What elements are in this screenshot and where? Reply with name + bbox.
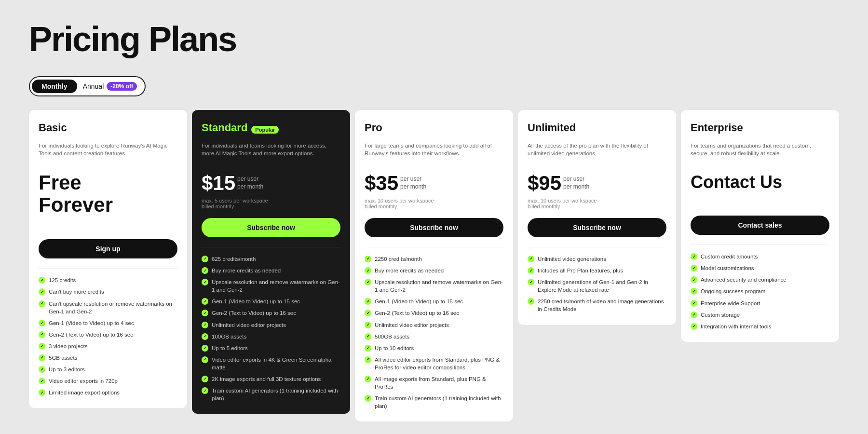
feature-item: Unlimited video generations	[528, 255, 666, 263]
check-icon	[691, 265, 697, 271]
check-icon	[691, 253, 697, 260]
feature-item: Custom credit amounts	[691, 253, 829, 260]
feature-text: Gen-1 (Video to Video) up to 15 sec	[375, 298, 463, 305]
feature-item: Includes all Pro Plan features, plus	[528, 267, 666, 274]
feature-text: Upscale resolution and remove watermarks…	[375, 278, 503, 294]
divider-enterprise	[691, 244, 829, 245]
feature-item: Custom storage	[691, 311, 829, 319]
feature-text: Gen-1 (Video to Video) up to 4 sec	[49, 319, 134, 327]
feature-item: All image exports from Standard, plus PN…	[365, 375, 503, 391]
plan-name-standard: Standard	[202, 122, 247, 134]
feature-item: Train custom AI generators (1 training i…	[202, 387, 340, 402]
plan-price-standard: $15per user per month	[202, 172, 340, 195]
plan-card-unlimited: UnlimitedAll the access of the pro plan …	[518, 110, 676, 325]
feature-item: Gen-1 (Video to Video) up to 4 sec	[39, 319, 177, 327]
check-icon	[528, 279, 534, 285]
feature-text: Gen-1 (Video to Video) up to 15 sec	[212, 298, 300, 305]
feature-text: Video editor exports in 720p	[49, 377, 118, 385]
check-icon	[365, 345, 371, 352]
check-icon	[39, 277, 45, 284]
feature-text: Gen-2 (Text to Video) up to 16 sec	[212, 309, 296, 317]
plan-btn-pro[interactable]: Subscribe now	[365, 218, 503, 237]
popular-badge: Popular	[251, 126, 279, 134]
feature-item: Enterprise-wide Support	[691, 299, 829, 307]
check-icon	[202, 310, 208, 316]
check-icon	[528, 267, 534, 274]
feature-text: Unlimited video editor projects	[375, 321, 449, 329]
check-icon	[39, 288, 45, 295]
feature-item: Up to 5 editors	[202, 344, 340, 352]
feature-text: Enterprise-wide Support	[701, 299, 760, 307]
check-icon	[365, 322, 371, 328]
annual-toggle[interactable]: Annual -20% off	[77, 79, 143, 94]
feature-text: 5GB assets	[49, 354, 77, 362]
feature-text: 2K image exports and full 3D texture opt…	[212, 375, 321, 383]
check-icon	[691, 288, 697, 295]
feature-text: 2250 credits/month of video and image ge…	[538, 298, 666, 313]
plan-name-pro: Pro	[365, 122, 382, 134]
plan-card-enterprise: EnterpriseFor teams and organizations th…	[681, 110, 839, 342]
check-icon	[365, 279, 371, 285]
feature-item: 5GB assets	[39, 354, 177, 362]
feature-item: Ongoing success program	[691, 287, 829, 295]
feature-text: Model customizations	[701, 264, 754, 272]
monthly-toggle[interactable]: Monthly	[32, 80, 77, 93]
feature-item: Can't buy more credits	[39, 288, 177, 296]
feature-text: Train custom AI generators (1 training i…	[375, 394, 503, 410]
plan-card-standard: StandardPopularFor individuals and teams…	[192, 110, 350, 414]
price-unit-unlimited: per user per month	[563, 176, 589, 190]
check-icon	[202, 298, 208, 305]
feature-text: Gen-2 (Text to Video) up to 16 sec	[49, 331, 133, 339]
feature-text: Includes all Pro Plan features, plus	[538, 267, 623, 274]
plan-btn-standard[interactable]: Subscribe now	[202, 218, 340, 237]
feature-item: Gen-1 (Video to Video) up to 15 sec	[202, 298, 340, 305]
feature-text: Up to 10 editors	[375, 344, 414, 352]
plan-price-unlimited: $95per user per month	[528, 172, 666, 195]
feature-item: Up to 10 editors	[365, 344, 503, 352]
check-icon	[39, 343, 45, 350]
feature-item: Gen-2 (Text to Video) up to 16 sec	[365, 309, 503, 317]
feature-item: Up to 3 editors	[39, 366, 177, 373]
check-icon	[365, 298, 371, 305]
feature-item: 3 video projects	[39, 342, 177, 350]
plan-price-basic: FreeForever	[39, 172, 177, 216]
check-icon	[39, 331, 45, 338]
billing-toggle[interactable]: Monthly Annual -20% off	[29, 76, 146, 96]
plan-desc-basic: For individuals looking to explore Runwa…	[39, 142, 177, 163]
divider-pro	[365, 247, 503, 247]
feature-item: Model customizations	[691, 264, 829, 272]
feature-item: Unlimited video editor projects	[365, 321, 503, 329]
plan-name-basic: Basic	[39, 122, 67, 134]
feature-text: Buy more credits as needed	[375, 267, 444, 274]
feature-item: Buy more credits as needed	[202, 267, 340, 274]
plan-btn-basic[interactable]: Sign up	[39, 239, 177, 258]
feature-text: Ongoing success program	[701, 287, 765, 295]
feature-item: 500GB assets	[365, 333, 503, 340]
feature-item: 100GB assets	[202, 333, 340, 340]
page-title: Pricing Plans	[29, 19, 839, 59]
price-note-pro: max. 10 users per workspace billed month…	[365, 198, 503, 211]
feature-item: Upscale resolution and remove watermarks…	[202, 278, 340, 294]
feature-text: Custom credit amounts	[701, 253, 758, 260]
check-icon	[202, 345, 208, 352]
check-icon	[39, 378, 45, 384]
plan-btn-enterprise[interactable]: Contact sales	[691, 216, 829, 235]
feature-list-pro: 2250 credits/monthBuy more credits as ne…	[365, 255, 503, 410]
feature-item: Video editor exports in 4K & Green Scree…	[202, 356, 340, 371]
plan-btn-unlimited[interactable]: Subscribe now	[528, 218, 666, 237]
check-icon	[691, 323, 697, 330]
plan-price-enterprise: Contact Us	[691, 172, 829, 192]
feature-item: 125 credits	[39, 276, 177, 284]
price-amount-pro: $35	[365, 172, 398, 195]
feature-item: 2250 credits/month of video and image ge…	[528, 298, 666, 313]
check-icon	[365, 310, 371, 316]
feature-text: Unlimited generations of Gen-1 and Gen-2…	[538, 278, 666, 294]
check-icon	[39, 366, 45, 373]
plan-name-enterprise: Enterprise	[691, 122, 743, 134]
plan-desc-unlimited: All the access of the pro plan with the …	[528, 142, 666, 163]
feature-item: All video editor exports from Standard, …	[365, 356, 503, 371]
feature-text: 2250 credits/month	[375, 255, 422, 263]
feature-text: Unlimited video generations	[538, 255, 606, 263]
plan-desc-standard: For individuals and teams looking for mo…	[202, 142, 340, 163]
feature-text: 3 video projects	[49, 342, 88, 350]
